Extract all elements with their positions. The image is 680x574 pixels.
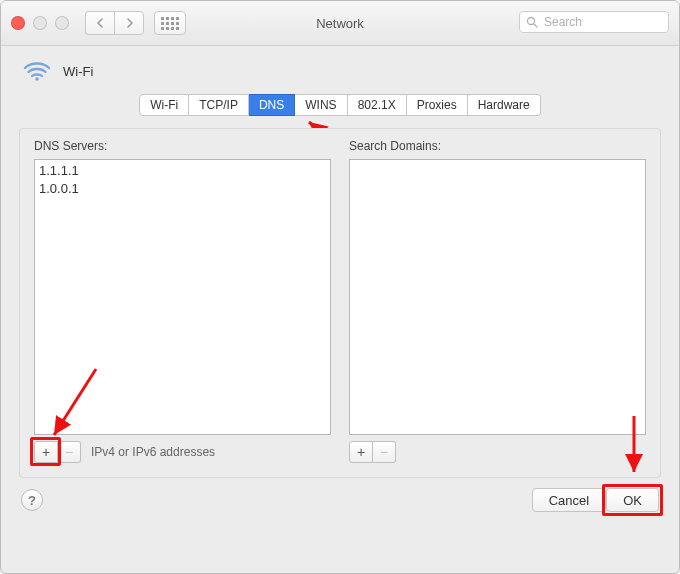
minimize-window-button[interactable]	[33, 16, 47, 30]
cancel-button[interactable]: Cancel	[532, 488, 606, 512]
search-domains-label: Search Domains:	[349, 139, 646, 153]
zoom-window-button[interactable]	[55, 16, 69, 30]
dns-servers-pm-group: + −	[34, 441, 81, 463]
dns-server-entry[interactable]: 1.0.0.1	[39, 180, 326, 198]
titlebar: Network	[1, 1, 679, 46]
help-button[interactable]: ?	[21, 489, 43, 511]
tab-wins[interactable]: WINS	[295, 94, 347, 116]
nav-back-forward	[85, 11, 144, 35]
tab-tcpip[interactable]: TCP/IP	[189, 94, 249, 116]
wifi-icon	[23, 60, 51, 82]
close-window-button[interactable]	[11, 16, 25, 30]
interface-header: Wi-Fi	[1, 46, 679, 90]
search-input[interactable]	[542, 14, 662, 30]
dns-servers-list[interactable]: 1.1.1.11.0.0.1	[34, 159, 331, 435]
add-dns-server-button[interactable]: +	[34, 441, 58, 463]
ok-button[interactable]: OK	[606, 488, 659, 512]
tab-8021x[interactable]: 802.1X	[348, 94, 407, 116]
search-domains-list[interactable]	[349, 159, 646, 435]
network-preferences-window: Network Wi-Fi Wi-Fi TCP/IP	[0, 0, 680, 574]
dns-servers-label: DNS Servers:	[34, 139, 331, 153]
interface-name: Wi-Fi	[63, 64, 93, 79]
search-icon	[526, 16, 538, 28]
svg-line-1	[534, 24, 537, 27]
tabs: Wi-Fi TCP/IP DNS WINS 802.1X Proxies Har…	[139, 94, 540, 116]
bottom-button-row: ? Cancel OK	[1, 488, 679, 512]
back-button[interactable]	[85, 11, 114, 35]
remove-dns-server-button[interactable]: −	[58, 441, 81, 463]
search-domains-column: Search Domains: + −	[349, 139, 646, 463]
chevron-left-icon	[96, 18, 105, 28]
dns-server-entry[interactable]: 1.1.1.1	[39, 162, 326, 180]
svg-point-0	[528, 18, 535, 25]
tabs-row: Wi-Fi TCP/IP DNS WINS 802.1X Proxies Har…	[1, 94, 679, 116]
show-all-button[interactable]	[154, 11, 186, 35]
annotation-highlight-dns	[242, 86, 301, 124]
tab-proxies[interactable]: Proxies	[407, 94, 468, 116]
window-body: Wi-Fi Wi-Fi TCP/IP DNS WINS 802.1X Proxi…	[1, 46, 679, 524]
window-traffic-lights	[11, 16, 69, 30]
tab-hardware[interactable]: Hardware	[468, 94, 541, 116]
tab-wifi[interactable]: Wi-Fi	[139, 94, 189, 116]
dns-servers-column: DNS Servers: 1.1.1.11.0.0.1 + − IPv4 or …	[34, 139, 331, 463]
dns-servers-hint: IPv4 or IPv6 addresses	[91, 445, 215, 459]
remove-search-domain-button[interactable]: −	[373, 441, 396, 463]
chevron-right-icon	[125, 18, 134, 28]
search-field[interactable]	[519, 11, 669, 33]
search-domains-pm-group: + −	[349, 441, 396, 463]
svg-point-2	[35, 77, 39, 81]
dns-panel: DNS Servers: 1.1.1.11.0.0.1 + − IPv4 or …	[19, 128, 661, 478]
forward-button[interactable]	[114, 11, 144, 35]
grid-icon	[161, 17, 179, 30]
add-search-domain-button[interactable]: +	[349, 441, 373, 463]
tab-dns[interactable]: DNS	[249, 94, 295, 116]
